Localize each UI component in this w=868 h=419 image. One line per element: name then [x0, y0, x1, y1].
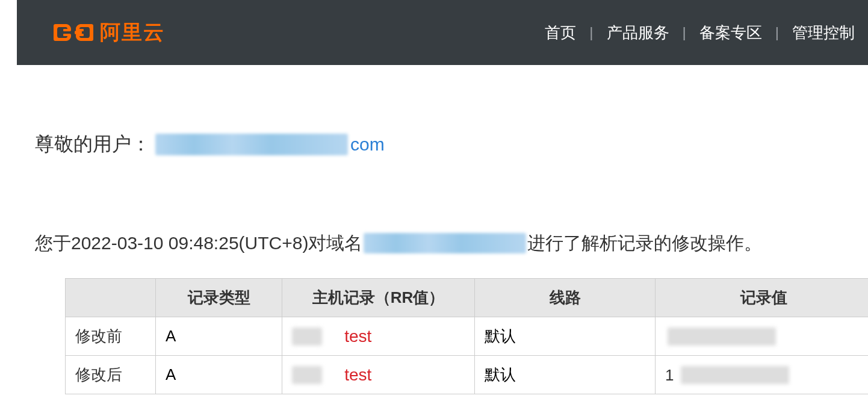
top-nav: 首页 | 产品服务 | 备案专区 | 管理控制	[532, 22, 868, 43]
records-table: 记录类型 主机记录（RR值） 线路 记录值 修改前 A test 默认	[65, 278, 868, 394]
rr-annotation: test	[344, 365, 371, 384]
th-empty	[66, 279, 156, 317]
brand-logo: 阿里云	[53, 19, 165, 46]
redacted-rr	[292, 327, 322, 346]
message-part1: 您于2022-03-10 09:48:25(UTC+8)对域名	[35, 229, 362, 258]
cell-host-record: test	[282, 317, 475, 356]
th-record-value: 记录值	[656, 279, 869, 317]
cell-record-value	[656, 317, 869, 356]
email-suffix: com	[350, 134, 385, 155]
aliyun-logo-icon	[53, 20, 94, 45]
top-header: 阿里云 首页 | 产品服务 | 备案专区 | 管理控制	[17, 0, 868, 65]
nav-console[interactable]: 管理控制	[779, 22, 868, 43]
redacted-domain	[364, 233, 526, 253]
brand-name: 阿里云	[100, 19, 165, 46]
table-header-row: 记录类型 主机记录（RR值） 线路 记录值	[66, 279, 869, 317]
table-row: 修改前 A test 默认	[66, 317, 869, 356]
cell-record-type: A	[156, 317, 282, 356]
redacted-rr	[292, 366, 322, 384]
row-label: 修改前	[66, 317, 156, 356]
redacted-value	[681, 366, 789, 384]
cell-record-type: A	[156, 356, 282, 394]
rr-annotation: test	[344, 327, 371, 346]
records-table-wrap: 记录类型 主机记录（RR值） 线路 记录值 修改前 A test 默认	[65, 278, 868, 394]
value-prefix: 1	[665, 366, 674, 384]
table-row: 修改后 A test 默认 1	[66, 356, 869, 394]
greeting-prefix: 尊敬的用户：	[35, 131, 150, 158]
th-record-type: 记录类型	[156, 279, 282, 317]
nav-home[interactable]: 首页	[532, 22, 589, 43]
main-content: 尊敬的用户： com 您于2022-03-10 09:48:25(UTC+8)对…	[0, 131, 868, 394]
row-label: 修改后	[66, 356, 156, 394]
th-line: 线路	[475, 279, 656, 317]
redacted-email	[155, 134, 348, 155]
nav-products[interactable]: 产品服务	[594, 22, 683, 43]
redacted-value	[668, 327, 776, 346]
cell-line: 默认	[475, 317, 656, 356]
cell-host-record: test	[282, 356, 475, 394]
th-host-record: 主机记录（RR值）	[282, 279, 475, 317]
cell-line: 默认	[475, 356, 656, 394]
greeting-line: 尊敬的用户： com	[35, 131, 868, 158]
message-part2: 进行了解析记录的修改操作。	[527, 229, 762, 258]
nav-beian[interactable]: 备案专区	[686, 22, 775, 43]
cell-record-value: 1	[656, 356, 869, 394]
operation-message: 您于2022-03-10 09:48:25(UTC+8)对域名 进行了解析记录的…	[35, 229, 868, 258]
